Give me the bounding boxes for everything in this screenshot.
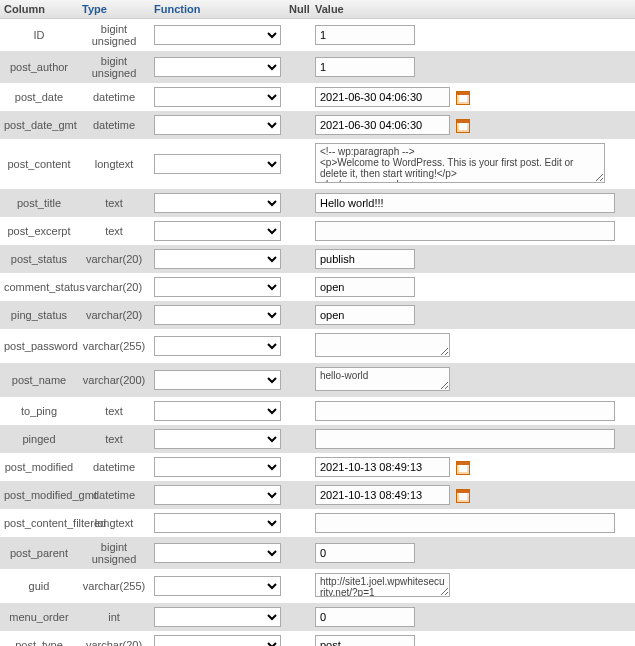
field-name: post_modified_gmt [0,481,78,509]
null-cell [285,273,311,301]
table-row: post_date_gmtdatetime [0,111,635,139]
value-cell [311,111,635,139]
field-type: longtext [78,139,150,189]
function-select[interactable] [154,513,281,533]
function-select[interactable] [154,576,281,596]
table-row: post_excerpttext [0,217,635,245]
value-input[interactable] [315,87,450,107]
null-cell [285,19,311,52]
null-cell [285,425,311,453]
field-type: text [78,217,150,245]
null-cell [285,481,311,509]
function-cell [150,139,285,189]
function-cell [150,453,285,481]
table-row: post_typevarchar(20) [0,631,635,646]
field-name: post_content [0,139,78,189]
value-input[interactable] [315,543,415,563]
table-row: to_pingtext [0,397,635,425]
field-type: text [78,189,150,217]
function-select[interactable] [154,25,281,45]
value-textarea[interactable]: hello-world [315,367,450,391]
value-cell [311,425,635,453]
field-type: varchar(20) [78,273,150,301]
value-cell [311,329,635,363]
value-textarea[interactable]: <!-- wp:paragraph --> <p>Welcome to Word… [315,143,605,183]
function-select[interactable] [154,305,281,325]
field-name: post_password [0,329,78,363]
function-cell [150,111,285,139]
value-cell [311,217,635,245]
table-row: post_statusvarchar(20) [0,245,635,273]
table-row: post_datedatetime [0,83,635,111]
function-cell [150,603,285,631]
table-row: ping_statusvarchar(20) [0,301,635,329]
value-input[interactable] [315,429,615,449]
function-select[interactable] [154,485,281,505]
value-input[interactable] [315,115,450,135]
function-select[interactable] [154,635,281,646]
field-type: varchar(255) [78,569,150,603]
function-select[interactable] [154,277,281,297]
function-select[interactable] [154,57,281,77]
header-function[interactable]: Function [150,0,285,19]
function-select[interactable] [154,370,281,390]
value-input[interactable] [315,305,415,325]
function-cell [150,631,285,646]
value-input[interactable] [315,57,415,77]
function-select[interactable] [154,607,281,627]
value-input[interactable] [315,193,615,213]
value-textarea[interactable] [315,333,450,357]
value-input[interactable] [315,485,450,505]
field-name: pinged [0,425,78,453]
calendar-icon[interactable] [456,91,470,105]
function-cell [150,51,285,83]
function-select[interactable] [154,543,281,563]
calendar-icon[interactable] [456,461,470,475]
table-row: post_authorbigint unsigned [0,51,635,83]
value-input[interactable] [315,249,415,269]
function-cell [150,19,285,52]
value-cell: hello-world [311,363,635,397]
function-select[interactable] [154,154,281,174]
null-cell [285,397,311,425]
value-input[interactable] [315,401,615,421]
table-row: post_modified_gmtdatetime [0,481,635,509]
function-cell [150,301,285,329]
value-input[interactable] [315,457,450,477]
function-select[interactable] [154,336,281,356]
value-cell: <!-- wp:paragraph --> <p>Welcome to Word… [311,139,635,189]
value-textarea[interactable]: http://site1.joel.wpwhitesecurity.net/?p… [315,573,450,597]
table-row: pingedtext [0,425,635,453]
function-select[interactable] [154,115,281,135]
function-cell [150,537,285,569]
calendar-icon[interactable] [456,119,470,133]
field-name: ID [0,19,78,52]
function-select[interactable] [154,429,281,449]
value-input[interactable] [315,25,415,45]
value-input[interactable] [315,513,615,533]
function-select[interactable] [154,193,281,213]
value-input[interactable] [315,221,615,241]
function-select[interactable] [154,401,281,421]
null-cell [285,245,311,273]
value-cell [311,83,635,111]
calendar-icon[interactable] [456,489,470,503]
function-select[interactable] [154,249,281,269]
value-cell [311,481,635,509]
value-input[interactable] [315,277,415,297]
function-select[interactable] [154,221,281,241]
function-select[interactable] [154,457,281,477]
header-type[interactable]: Type [78,0,150,19]
field-name: post_date [0,83,78,111]
field-name: to_ping [0,397,78,425]
value-input[interactable] [315,607,415,627]
value-input[interactable] [315,635,415,646]
function-select[interactable] [154,87,281,107]
value-cell: http://site1.joel.wpwhitesecurity.net/?p… [311,569,635,603]
field-type: varchar(20) [78,301,150,329]
function-cell [150,245,285,273]
field-name: post_modified [0,453,78,481]
field-type: text [78,425,150,453]
value-cell [311,603,635,631]
value-cell [311,453,635,481]
